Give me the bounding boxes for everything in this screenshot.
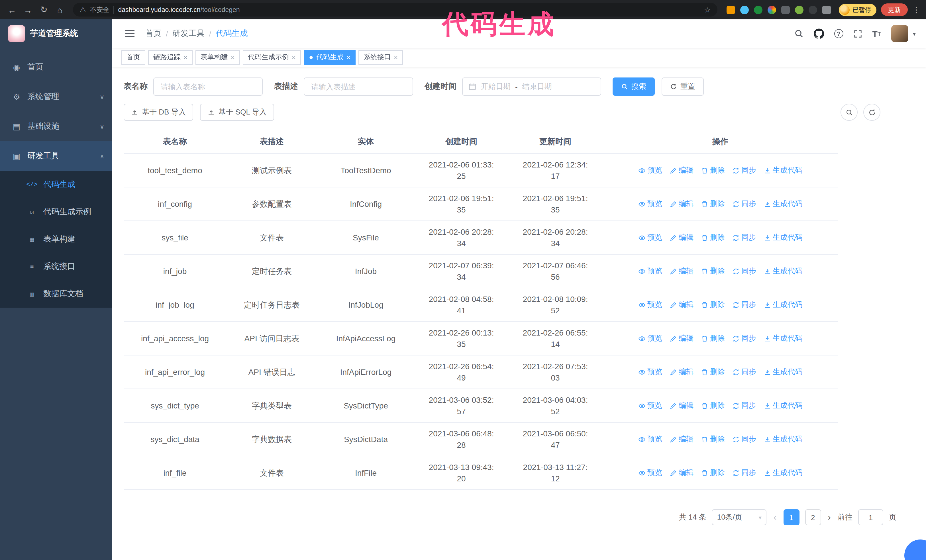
help-icon[interactable]: ? [834, 29, 843, 38]
sidebar-item-dev-tools[interactable]: ▣ 研发工具 ∧ [0, 141, 112, 171]
import-db-button[interactable]: 基于 DB 导入 [124, 104, 194, 121]
generate-code-link[interactable]: 生成代码 [764, 232, 802, 243]
goto-page-input[interactable] [858, 509, 883, 525]
tab-tracing[interactable]: 链路追踪× [148, 50, 193, 65]
tab-form-builder[interactable]: 表单构建× [195, 50, 240, 65]
extensions-puzzle-icon[interactable] [822, 5, 831, 14]
preview-link[interactable]: 预览 [638, 232, 662, 243]
browser-forward-button[interactable]: → [21, 2, 35, 17]
extension-icon[interactable] [740, 5, 749, 14]
sync-link[interactable]: 同步 [732, 333, 756, 344]
delete-link[interactable]: 删除 [701, 333, 725, 344]
bookmark-star-icon[interactable]: ☆ [704, 5, 711, 14]
next-page-button[interactable]: › [826, 512, 832, 522]
tab-codegen[interactable]: 代码生成× [304, 50, 356, 65]
preview-link[interactable]: 预览 [638, 266, 662, 277]
github-icon[interactable] [814, 29, 824, 39]
preview-link[interactable]: 预览 [638, 299, 662, 311]
font-size-icon[interactable]: TT [872, 29, 881, 38]
sync-link[interactable]: 同步 [732, 232, 756, 243]
edit-link[interactable]: 编辑 [670, 366, 693, 378]
prev-page-button[interactable]: ‹ [772, 512, 778, 522]
extension-icon[interactable] [795, 5, 803, 14]
date-range-picker[interactable]: 开始日期 - 结束日期 [462, 77, 601, 96]
reset-button[interactable]: 重置 [661, 77, 704, 96]
extension-icon[interactable] [726, 5, 735, 14]
edit-link[interactable]: 编辑 [670, 467, 693, 478]
tab-codegen-demo[interactable]: 代码生成示例× [243, 50, 301, 65]
sidebar-item-db-docs[interactable]: ▥ 数据库文档 [0, 280, 112, 308]
preview-link[interactable]: 预览 [638, 165, 662, 176]
close-icon[interactable]: × [231, 53, 235, 61]
sidebar-item-codegen-demo[interactable]: ☑ 代码生成示例 [0, 198, 112, 226]
browser-profile-chip[interactable]: 已暂停 [839, 4, 876, 16]
generate-code-link[interactable]: 生成代码 [764, 266, 802, 277]
browser-menu-icon[interactable]: ⋮ [911, 5, 921, 14]
sync-link[interactable]: 同步 [732, 400, 756, 411]
delete-link[interactable]: 删除 [701, 232, 725, 243]
sync-link[interactable]: 同步 [732, 433, 756, 445]
toggle-search-button[interactable] [841, 104, 858, 121]
generate-code-link[interactable]: 生成代码 [764, 198, 802, 210]
extension-icon[interactable] [809, 5, 817, 14]
preview-link[interactable]: 预览 [638, 366, 662, 378]
preview-link[interactable]: 预览 [638, 467, 662, 478]
preview-link[interactable]: 预览 [638, 433, 662, 445]
sync-link[interactable]: 同步 [732, 266, 756, 277]
sync-link[interactable]: 同步 [732, 198, 756, 210]
generate-code-link[interactable]: 生成代码 [764, 165, 802, 176]
edit-link[interactable]: 编辑 [670, 165, 693, 176]
preview-link[interactable]: 预览 [638, 333, 662, 344]
sidebar-item-infrastructure[interactable]: ▤ 基础设施 ∨ [0, 112, 112, 141]
delete-link[interactable]: 删除 [701, 165, 725, 176]
sync-link[interactable]: 同步 [732, 165, 756, 176]
sidebar-item-form-builder[interactable]: ▦ 表单构建 [0, 226, 112, 253]
delete-link[interactable]: 删除 [701, 266, 725, 277]
close-icon[interactable]: × [346, 53, 351, 61]
preview-link[interactable]: 预览 [638, 198, 662, 210]
generate-code-link[interactable]: 生成代码 [764, 333, 802, 344]
sidebar-item-home[interactable]: ◉ 首页 [0, 53, 112, 82]
search-icon[interactable] [794, 29, 803, 38]
generate-code-link[interactable]: 生成代码 [764, 467, 802, 478]
sidebar-toggle-button[interactable] [123, 26, 137, 41]
edit-link[interactable]: 编辑 [670, 433, 693, 445]
delete-link[interactable]: 删除 [701, 400, 725, 411]
edit-link[interactable]: 编辑 [670, 400, 693, 411]
page-size-select[interactable]: 10条/页 ▾ [712, 509, 767, 525]
delete-link[interactable]: 删除 [701, 299, 725, 311]
sidebar-item-system-api[interactable]: ≡ 系统接口 [0, 253, 112, 280]
page-button-2[interactable]: 2 [805, 509, 821, 525]
fullscreen-icon[interactable] [853, 29, 862, 38]
close-icon[interactable]: × [183, 53, 188, 61]
edit-link[interactable]: 编辑 [670, 299, 693, 311]
browser-back-button[interactable]: ← [5, 2, 20, 17]
edit-link[interactable]: 编辑 [670, 232, 693, 243]
search-button[interactable]: 搜索 [613, 77, 655, 96]
avatar-caret-icon[interactable]: ▾ [913, 30, 916, 37]
tab-home[interactable]: 首页 [121, 50, 145, 65]
sidebar-item-system-management[interactable]: ⚙ 系统管理 ∨ [0, 82, 112, 112]
breadcrumb-home[interactable]: 首页 [145, 29, 161, 39]
sync-link[interactable]: 同步 [732, 467, 756, 478]
preview-link[interactable]: 预览 [638, 400, 662, 411]
extension-icon[interactable] [767, 5, 776, 14]
breadcrumb-dev-tools[interactable]: 研发工具 [172, 29, 204, 39]
sync-link[interactable]: 同步 [732, 366, 756, 378]
extension-icon[interactable] [754, 5, 763, 14]
edit-link[interactable]: 编辑 [670, 198, 693, 210]
generate-code-link[interactable]: 生成代码 [764, 400, 802, 411]
generate-code-link[interactable]: 生成代码 [764, 366, 802, 378]
security-label[interactable]: 不安全 [90, 5, 110, 14]
browser-reload-button[interactable]: ↻ [36, 2, 51, 17]
delete-link[interactable]: 删除 [701, 366, 725, 378]
app-logo[interactable]: 芋道管理系统 [0, 20, 112, 48]
user-avatar[interactable] [891, 25, 908, 42]
table-name-input[interactable] [153, 77, 263, 96]
generate-code-link[interactable]: 生成代码 [764, 433, 802, 445]
refresh-table-button[interactable] [863, 104, 881, 121]
address-bar[interactable]: ⚠ 不安全 dashboard.yudao.iocoder.cn/tool/co… [73, 3, 717, 17]
import-sql-button[interactable]: 基于 SQL 导入 [200, 104, 274, 121]
page-button-1[interactable]: 1 [783, 509, 799, 525]
sync-link[interactable]: 同步 [732, 299, 756, 311]
